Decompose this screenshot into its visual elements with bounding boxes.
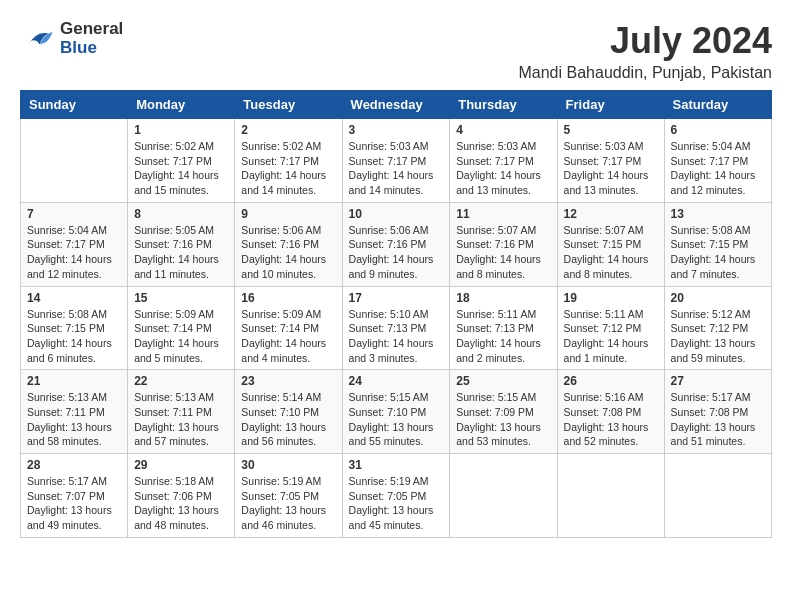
header-sunday: Sunday — [21, 91, 128, 119]
day-info: Sunrise: 5:17 AMSunset: 7:07 PMDaylight:… — [27, 474, 121, 533]
calendar-cell-w4-d5: 25Sunrise: 5:15 AMSunset: 7:09 PMDayligh… — [450, 370, 557, 454]
calendar-table: SundayMondayTuesdayWednesdayThursdayFrid… — [20, 90, 772, 538]
day-number: 9 — [241, 207, 335, 221]
header-tuesday: Tuesday — [235, 91, 342, 119]
day-number: 29 — [134, 458, 228, 472]
calendar-cell-w2-d7: 13Sunrise: 5:08 AMSunset: 7:15 PMDayligh… — [664, 202, 771, 286]
calendar-cell-w5-d1: 28Sunrise: 5:17 AMSunset: 7:07 PMDayligh… — [21, 454, 128, 538]
week-row-4: 21Sunrise: 5:13 AMSunset: 7:11 PMDayligh… — [21, 370, 772, 454]
day-info: Sunrise: 5:08 AMSunset: 7:15 PMDaylight:… — [27, 307, 121, 366]
calendar-cell-w1-d5: 4Sunrise: 5:03 AMSunset: 7:17 PMDaylight… — [450, 119, 557, 203]
calendar-header-row: SundayMondayTuesdayWednesdayThursdayFrid… — [21, 91, 772, 119]
day-info: Sunrise: 5:18 AMSunset: 7:06 PMDaylight:… — [134, 474, 228, 533]
week-row-1: 1Sunrise: 5:02 AMSunset: 7:17 PMDaylight… — [21, 119, 772, 203]
day-info: Sunrise: 5:09 AMSunset: 7:14 PMDaylight:… — [134, 307, 228, 366]
day-number: 26 — [564, 374, 658, 388]
day-number: 19 — [564, 291, 658, 305]
calendar-cell-w4-d2: 22Sunrise: 5:13 AMSunset: 7:11 PMDayligh… — [128, 370, 235, 454]
calendar-cell-w4-d7: 27Sunrise: 5:17 AMSunset: 7:08 PMDayligh… — [664, 370, 771, 454]
day-number: 4 — [456, 123, 550, 137]
day-number: 21 — [27, 374, 121, 388]
day-number: 31 — [349, 458, 444, 472]
calendar-cell-w1-d4: 3Sunrise: 5:03 AMSunset: 7:17 PMDaylight… — [342, 119, 450, 203]
day-number: 7 — [27, 207, 121, 221]
calendar-cell-w5-d3: 30Sunrise: 5:19 AMSunset: 7:05 PMDayligh… — [235, 454, 342, 538]
calendar-cell-w5-d6 — [557, 454, 664, 538]
day-number: 3 — [349, 123, 444, 137]
day-number: 12 — [564, 207, 658, 221]
page-header: General Blue July 2024 Mandi Bahauddin, … — [20, 20, 772, 82]
calendar-cell-w2-d5: 11Sunrise: 5:07 AMSunset: 7:16 PMDayligh… — [450, 202, 557, 286]
day-info: Sunrise: 5:06 AMSunset: 7:16 PMDaylight:… — [241, 223, 335, 282]
day-info: Sunrise: 5:03 AMSunset: 7:17 PMDaylight:… — [456, 139, 550, 198]
day-info: Sunrise: 5:16 AMSunset: 7:08 PMDaylight:… — [564, 390, 658, 449]
calendar-cell-w5-d7 — [664, 454, 771, 538]
header-thursday: Thursday — [450, 91, 557, 119]
day-info: Sunrise: 5:07 AMSunset: 7:15 PMDaylight:… — [564, 223, 658, 282]
day-info: Sunrise: 5:15 AMSunset: 7:09 PMDaylight:… — [456, 390, 550, 449]
day-info: Sunrise: 5:07 AMSunset: 7:16 PMDaylight:… — [456, 223, 550, 282]
day-number: 5 — [564, 123, 658, 137]
day-info: Sunrise: 5:19 AMSunset: 7:05 PMDaylight:… — [241, 474, 335, 533]
day-number: 1 — [134, 123, 228, 137]
calendar-cell-w1-d3: 2Sunrise: 5:02 AMSunset: 7:17 PMDaylight… — [235, 119, 342, 203]
logo-general: General — [60, 20, 123, 39]
calendar-cell-w3-d5: 18Sunrise: 5:11 AMSunset: 7:13 PMDayligh… — [450, 286, 557, 370]
logo-blue: Blue — [60, 39, 123, 58]
calendar-cell-w3-d1: 14Sunrise: 5:08 AMSunset: 7:15 PMDayligh… — [21, 286, 128, 370]
calendar-cell-w4-d3: 23Sunrise: 5:14 AMSunset: 7:10 PMDayligh… — [235, 370, 342, 454]
day-number: 10 — [349, 207, 444, 221]
header-wednesday: Wednesday — [342, 91, 450, 119]
day-info: Sunrise: 5:08 AMSunset: 7:15 PMDaylight:… — [671, 223, 765, 282]
day-number: 8 — [134, 207, 228, 221]
day-number: 20 — [671, 291, 765, 305]
day-number: 30 — [241, 458, 335, 472]
day-info: Sunrise: 5:04 AMSunset: 7:17 PMDaylight:… — [27, 223, 121, 282]
calendar-cell-w3-d2: 15Sunrise: 5:09 AMSunset: 7:14 PMDayligh… — [128, 286, 235, 370]
day-info: Sunrise: 5:14 AMSunset: 7:10 PMDaylight:… — [241, 390, 335, 449]
week-row-2: 7Sunrise: 5:04 AMSunset: 7:17 PMDaylight… — [21, 202, 772, 286]
calendar-cell-w2-d1: 7Sunrise: 5:04 AMSunset: 7:17 PMDaylight… — [21, 202, 128, 286]
day-number: 17 — [349, 291, 444, 305]
day-info: Sunrise: 5:15 AMSunset: 7:10 PMDaylight:… — [349, 390, 444, 449]
calendar-cell-w3-d3: 16Sunrise: 5:09 AMSunset: 7:14 PMDayligh… — [235, 286, 342, 370]
day-number: 13 — [671, 207, 765, 221]
calendar-cell-w4-d4: 24Sunrise: 5:15 AMSunset: 7:10 PMDayligh… — [342, 370, 450, 454]
day-info: Sunrise: 5:19 AMSunset: 7:05 PMDaylight:… — [349, 474, 444, 533]
calendar-cell-w4-d6: 26Sunrise: 5:16 AMSunset: 7:08 PMDayligh… — [557, 370, 664, 454]
day-number: 6 — [671, 123, 765, 137]
calendar-cell-w3-d6: 19Sunrise: 5:11 AMSunset: 7:12 PMDayligh… — [557, 286, 664, 370]
day-info: Sunrise: 5:03 AMSunset: 7:17 PMDaylight:… — [564, 139, 658, 198]
title-section: July 2024 Mandi Bahauddin, Punjab, Pakis… — [518, 20, 772, 82]
day-number: 22 — [134, 374, 228, 388]
day-info: Sunrise: 5:02 AMSunset: 7:17 PMDaylight:… — [134, 139, 228, 198]
calendar-cell-w5-d2: 29Sunrise: 5:18 AMSunset: 7:06 PMDayligh… — [128, 454, 235, 538]
calendar-cell-w2-d4: 10Sunrise: 5:06 AMSunset: 7:16 PMDayligh… — [342, 202, 450, 286]
day-info: Sunrise: 5:13 AMSunset: 7:11 PMDaylight:… — [134, 390, 228, 449]
day-number: 28 — [27, 458, 121, 472]
day-info: Sunrise: 5:06 AMSunset: 7:16 PMDaylight:… — [349, 223, 444, 282]
day-info: Sunrise: 5:17 AMSunset: 7:08 PMDaylight:… — [671, 390, 765, 449]
day-number: 24 — [349, 374, 444, 388]
calendar-cell-w1-d7: 6Sunrise: 5:04 AMSunset: 7:17 PMDaylight… — [664, 119, 771, 203]
day-info: Sunrise: 5:04 AMSunset: 7:17 PMDaylight:… — [671, 139, 765, 198]
calendar-cell-w2-d6: 12Sunrise: 5:07 AMSunset: 7:15 PMDayligh… — [557, 202, 664, 286]
calendar-cell-w5-d4: 31Sunrise: 5:19 AMSunset: 7:05 PMDayligh… — [342, 454, 450, 538]
day-number: 14 — [27, 291, 121, 305]
week-row-3: 14Sunrise: 5:08 AMSunset: 7:15 PMDayligh… — [21, 286, 772, 370]
day-number: 23 — [241, 374, 335, 388]
calendar-cell-w1-d1 — [21, 119, 128, 203]
location-title: Mandi Bahauddin, Punjab, Pakistan — [518, 64, 772, 82]
day-number: 15 — [134, 291, 228, 305]
day-number: 27 — [671, 374, 765, 388]
calendar-cell-w4-d1: 21Sunrise: 5:13 AMSunset: 7:11 PMDayligh… — [21, 370, 128, 454]
day-info: Sunrise: 5:11 AMSunset: 7:12 PMDaylight:… — [564, 307, 658, 366]
calendar-cell-w5-d5 — [450, 454, 557, 538]
calendar-cell-w2-d3: 9Sunrise: 5:06 AMSunset: 7:16 PMDaylight… — [235, 202, 342, 286]
day-info: Sunrise: 5:12 AMSunset: 7:12 PMDaylight:… — [671, 307, 765, 366]
month-title: July 2024 — [518, 20, 772, 62]
calendar-cell-w3-d7: 20Sunrise: 5:12 AMSunset: 7:12 PMDayligh… — [664, 286, 771, 370]
header-saturday: Saturday — [664, 91, 771, 119]
day-number: 18 — [456, 291, 550, 305]
day-info: Sunrise: 5:09 AMSunset: 7:14 PMDaylight:… — [241, 307, 335, 366]
